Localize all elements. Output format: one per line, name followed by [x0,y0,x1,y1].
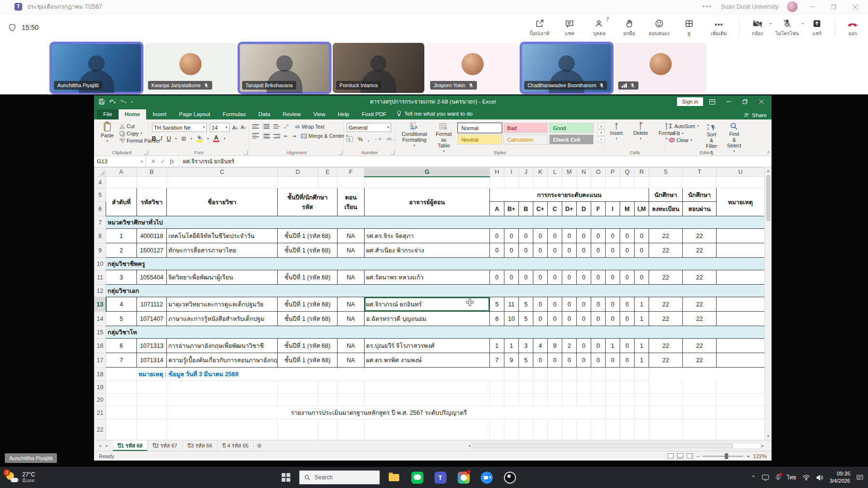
cell-F20[interactable] [338,394,365,406]
qat-customize-icon[interactable]: ▾ [131,100,133,104]
cell-I9[interactable]: 0 [504,243,519,258]
cell-S20[interactable] [649,394,683,406]
cell-M18[interactable] [519,368,533,381]
zoom-level[interactable]: 122% [753,453,767,459]
cell-A11[interactable]: 3 [106,270,137,285]
row-header-5[interactable]: 5 [95,188,106,202]
header-cell[interactable]: สอบผ่าน [683,202,717,216]
cell-K4[interactable] [533,177,548,188]
cell-T11[interactable]: 22 [683,270,717,285]
cell-C16[interactable]: การอ่านภาษาอังกฤษเพื่อพัฒนาวิชาชี [167,339,278,353]
cell-K8[interactable]: 0 [533,229,548,243]
orientation-icon[interactable]: ⤢ [284,123,288,130]
cell-O4[interactable] [591,177,606,188]
header-cell[interactable]: นักศึกษา [649,188,683,202]
cancel-entry-icon[interactable]: ✕ [151,158,156,165]
mic-button[interactable]: ไมโครโฟน [773,16,800,39]
cell-T9[interactable]: 22 [683,243,717,258]
header-cell[interactable]: F [591,202,606,216]
header-cell[interactable]: ลำดับที่ [106,188,137,216]
row-header-15[interactable]: 15 [95,326,106,339]
cell-M22[interactable] [562,420,577,440]
cell-S19[interactable] [649,381,683,394]
decrease-decimal-icon[interactable]: .00→ [386,137,395,141]
cell-H19[interactable] [490,381,504,394]
cell-N11[interactable]: 0 [577,270,591,285]
cell-B8[interactable]: 4000118 [137,229,167,243]
cell-D20[interactable] [278,394,318,406]
cell-M20[interactable] [562,394,577,406]
cell-S22[interactable] [649,420,683,440]
cell-I14[interactable]: 10 [504,312,519,326]
cell-T18[interactable] [620,368,635,381]
row-header-22[interactable]: 22 [95,420,106,440]
row-header-8[interactable]: 8 [95,229,106,243]
column-header-P[interactable]: P [606,168,620,177]
cell-S4[interactable] [649,177,683,188]
cell-J17[interactable]: 5 [519,353,533,368]
cell-S8[interactable]: 22 [649,229,683,243]
line-app-icon[interactable] [408,467,426,488]
cell-T19[interactable] [683,381,717,394]
cell-style-neutral[interactable]: Neutral [458,134,502,145]
cell-style-good[interactable]: Good [549,123,594,133]
ribbon-tab-help[interactable]: Help [332,109,356,119]
underline-button[interactable]: U [167,135,171,142]
cell-P9[interactable]: 0 [606,243,620,258]
horizontal-scrollbar-thumb[interactable] [473,444,733,448]
cell-T4[interactable] [683,177,717,188]
cell-S21[interactable] [649,406,683,420]
note-cell[interactable]: หมายเหตุ : ข้อมูล วันที่ 3 มีนาคม 2569 [137,368,490,381]
cell-G19[interactable] [365,381,490,394]
cell-I19[interactable] [504,381,519,394]
cell-C14[interactable]: ภาษาและการรู้หนังสือสำหรับเด็กปฐม [167,312,278,326]
cell-N18[interactable] [533,368,548,381]
cell-I8[interactable]: 0 [504,229,519,243]
undo-icon[interactable]: ↶▾ [109,98,116,105]
cell-K13[interactable]: 0 [533,297,548,312]
row-header-14[interactable]: 14 [95,312,106,326]
header-cell[interactable]: M [620,202,635,216]
cell-J19[interactable] [519,381,533,394]
cell-Q8[interactable]: 0 [620,229,635,243]
cell-R8[interactable]: 0 [635,229,649,243]
ribbon-tab-data[interactable]: Data [252,109,276,119]
delete-cells-button[interactable]: ✕Delete▾ [630,122,651,142]
vertical-scrollbar[interactable]: ▲ ▼ [764,167,772,440]
ribbon-tab-insert[interactable]: Insert [146,109,173,119]
cell-O11[interactable]: 0 [591,270,606,285]
hscroll-left-icon[interactable]: ◂ [468,443,471,448]
percent-icon[interactable]: % [358,136,363,142]
selection-fill-handle[interactable] [488,309,490,312]
cell-H20[interactable] [490,394,504,406]
cell-H8[interactable]: 0 [490,229,504,243]
cell-L8[interactable]: 0 [548,229,562,243]
column-header-J[interactable]: J [519,168,533,177]
cell-D4[interactable] [278,177,318,188]
cell-D8[interactable]: ชั้นปีที่ 1 (รหัส 68) [278,229,338,243]
cell-Q14[interactable]: 0 [620,312,635,326]
normal-view-icon[interactable] [667,453,674,459]
insert-function-icon[interactable]: fx [170,158,174,164]
wifi-icon[interactable] [802,475,810,480]
cell-K22[interactable] [533,420,548,440]
cell-J8[interactable]: 0 [519,229,533,243]
cell-J11[interactable]: 0 [519,270,533,285]
cell-E4[interactable] [318,177,338,188]
cell-P20[interactable] [606,394,620,406]
cell-style-normal[interactable]: Normal [458,123,502,133]
cell-K14[interactable]: 0 [533,312,548,326]
cell-S14[interactable]: 22 [649,312,683,326]
cell-K20[interactable] [533,394,548,406]
cell-U16[interactable] [717,339,765,353]
cell-style-check-cell[interactable]: Check Cell [549,134,594,145]
header-cell[interactable]: ชื่อรายวิชา [167,188,278,216]
cell-U22[interactable] [717,420,765,440]
column-header-D[interactable]: D [278,168,318,177]
cell-T14[interactable]: 22 [683,312,717,326]
cell-H11[interactable]: 0 [490,270,504,285]
cell-D22[interactable] [278,420,318,440]
cell-O8[interactable]: 0 [591,229,606,243]
align-left-icon[interactable] [252,133,259,139]
ribbon-tab-view[interactable]: View [307,109,332,119]
